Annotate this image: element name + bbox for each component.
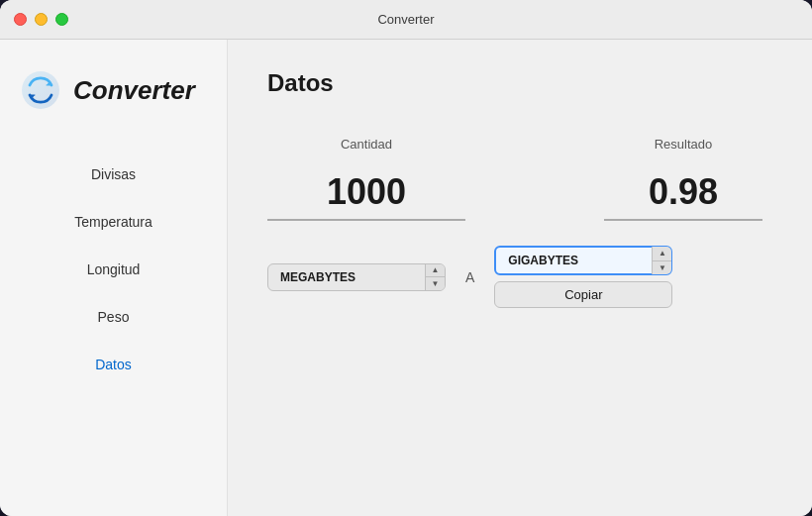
sidebar: Converter Divisas Temperatura Longitud P… bbox=[0, 40, 228, 516]
cantidad-value: 1000 bbox=[267, 171, 465, 221]
sidebar-nav: Divisas Temperatura Longitud Peso Datos bbox=[0, 141, 227, 388]
minimize-button[interactable] bbox=[35, 13, 48, 26]
cantidad-label: Cantidad bbox=[267, 137, 465, 152]
a-separator-label: A bbox=[465, 269, 474, 285]
close-button[interactable] bbox=[14, 13, 27, 26]
source-unit-select[interactable]: BYTES KILOBYTES MEGABYTES GIGABYTES TERA… bbox=[267, 263, 446, 291]
dest-unit-container: BYTES KILOBYTES MEGABYTES GIGABYTES TERA… bbox=[494, 246, 672, 275]
main-layout: Converter Divisas Temperatura Longitud P… bbox=[0, 40, 812, 516]
content-area: Datos Cantidad Resultado 1000 0.98 bbox=[228, 40, 812, 516]
page-title: Datos bbox=[267, 69, 772, 97]
window-title: Converter bbox=[377, 12, 434, 27]
dest-unit-select[interactable]: BYTES KILOBYTES MEGABYTES GIGABYTES TERA… bbox=[494, 246, 672, 275]
source-unit-down[interactable]: ▼ bbox=[426, 277, 445, 290]
values-row: 1000 0.98 bbox=[267, 171, 772, 221]
resultado-label: Resultado bbox=[604, 137, 762, 152]
app-window: Converter bbox=[0, 0, 812, 516]
controls-row: BYTES KILOBYTES MEGABYTES GIGABYTES TERA… bbox=[267, 246, 672, 308]
source-unit-container: BYTES KILOBYTES MEGABYTES GIGABYTES TERA… bbox=[267, 263, 446, 291]
source-unit-up[interactable]: ▲ bbox=[426, 264, 445, 278]
sidebar-header: Converter bbox=[0, 59, 227, 141]
sidebar-item-peso[interactable]: Peso bbox=[0, 293, 227, 341]
sidebar-item-datos[interactable]: Datos bbox=[0, 341, 227, 388]
sidebar-app-name: Converter bbox=[73, 75, 195, 106]
copy-button[interactable]: Copiar bbox=[494, 281, 672, 308]
app-logo-icon bbox=[20, 69, 61, 111]
source-unit-stepper: ▲ ▼ bbox=[425, 264, 445, 290]
converter-area: Cantidad Resultado 1000 0.98 BYTES KILOB… bbox=[267, 137, 772, 308]
labels-row: Cantidad Resultado bbox=[267, 137, 772, 152]
maximize-button[interactable] bbox=[55, 13, 68, 26]
sidebar-item-divisas[interactable]: Divisas bbox=[0, 151, 227, 198]
resultado-value: 0.98 bbox=[604, 171, 762, 221]
dest-unit-down[interactable]: ▼ bbox=[653, 261, 671, 275]
dest-group: BYTES KILOBYTES MEGABYTES GIGABYTES TERA… bbox=[494, 246, 672, 308]
dest-unit-up[interactable]: ▲ bbox=[653, 247, 671, 261]
sidebar-item-longitud[interactable]: Longitud bbox=[0, 246, 227, 293]
sidebar-item-temperatura[interactable]: Temperatura bbox=[0, 198, 227, 246]
traffic-lights bbox=[14, 13, 68, 26]
dest-unit-stepper: ▲ ▼ bbox=[652, 247, 671, 274]
title-bar: Converter bbox=[0, 0, 812, 40]
